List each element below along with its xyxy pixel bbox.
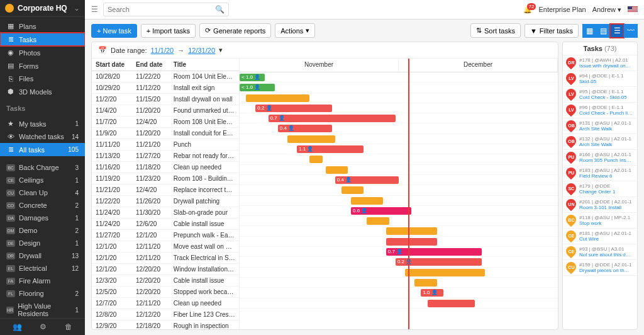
category-ceilings[interactable]: CECeilings1	[0, 174, 85, 186]
table-row[interactable]: 11/4/2011/20/20Found unmarked utility li…	[92, 105, 239, 116]
date-to[interactable]: 12/31/20	[188, 47, 215, 54]
task-card[interactable]: LV#95 | @DDE | E-1.1Cold Check - Skid-05	[563, 87, 637, 103]
gantt-bar[interactable]: 1.0 👤	[421, 289, 443, 297]
gantt-bar[interactable]	[405, 269, 485, 276]
category-concrete[interactable]: COConcrete2	[0, 199, 85, 212]
table-row[interactable]: 12/1/2012/11/20Move east wall on buildin…	[92, 241, 239, 253]
gantt-bar[interactable]	[414, 279, 436, 287]
gantt-bar[interactable]: 0.7 👤	[386, 248, 482, 256]
category-flooring[interactable]: FLFlooring2	[0, 287, 85, 300]
notifications-icon[interactable]: 🔔72	[523, 6, 532, 14]
gantt-bar[interactable]	[309, 156, 322, 163]
task-card[interactable]: DR#178 | @AWH | A2.01Issue with drywall …	[563, 55, 637, 71]
category-drywall[interactable]: DRDrywall13	[0, 249, 85, 262]
gantt-bar[interactable]	[351, 197, 383, 205]
table-row[interactable]: 12/9/2012/18/20Rough in inspection	[92, 321, 239, 330]
table-row[interactable]: 12/7/2012/11/20Clean up needed	[92, 298, 239, 309]
chevron-down-icon[interactable]: ▾	[219, 46, 223, 54]
users-icon[interactable]: 👥	[13, 322, 22, 331]
category-demo[interactable]: DMDemo2	[0, 224, 85, 237]
nav-tasks[interactable]: ≣Tasks	[0, 33, 85, 46]
gantt-bar[interactable]: < 1.0 👤	[240, 74, 265, 81]
category-back-charge[interactable]: BCBack Charge3	[0, 161, 85, 174]
import-tasks-button[interactable]: + Import tasks	[141, 24, 196, 38]
nav-files[interactable]: ⎘Files	[0, 72, 85, 85]
table-row[interactable]: 11/21/2012/4/20Replace incorrect terrazz…	[92, 185, 239, 196]
view-chart-button[interactable]: 〰	[624, 24, 638, 38]
category-design[interactable]: DEDesign1	[0, 237, 85, 249]
gantt-bar[interactable]	[386, 227, 437, 235]
task-card[interactable]: OB#131 | @ASU | A2.01-1Arch Site Walk	[563, 118, 637, 134]
user-menu[interactable]: Andrew ▾	[592, 6, 621, 14]
nav-plans[interactable]: ▦Plans	[0, 20, 85, 33]
menu-icon[interactable]: ☰	[91, 5, 98, 14]
gantt-bar[interactable]: 1.1 👤	[297, 145, 364, 153]
table-row[interactable]: 12/5/2012/20/20Stopped work because of E…	[92, 287, 239, 298]
category-clean-up[interactable]: CUClean Up4	[0, 186, 85, 199]
search-input[interactable]	[108, 6, 215, 13]
gantt-bar[interactable]	[386, 238, 437, 246]
project-selector[interactable]: Corporate HQ ⌄	[0, 0, 85, 17]
date-from[interactable]: 11/1/20	[150, 47, 174, 54]
col-title[interactable]: Title	[170, 59, 239, 71]
task-card[interactable]: PU#183 | @ASU | A2.01-1Field Review 6	[563, 166, 637, 181]
task-card[interactable]: LV#96 | @DDE | E-1.1Cold Check - Punch l…	[563, 103, 637, 118]
nav-3d-models[interactable]: ⬢3D Models	[0, 85, 85, 98]
table-row[interactable]: 11/19/2011/23/20Room 108 - Building 2 In…	[92, 173, 239, 185]
sort-tasks-button[interactable]: ⇅ Sort tasks	[470, 23, 521, 38]
gantt-bar[interactable]	[246, 94, 309, 102]
table-row[interactable]: 11/11/2011/21/20Punch	[92, 139, 239, 150]
table-row[interactable]: 11/2/2011/15/20Install drywall on wall	[92, 94, 239, 105]
task-card[interactable]: SC#179 | @DDEChange Order 1	[563, 181, 637, 197]
view-grid-button[interactable]: ▦	[582, 24, 596, 38]
filter-watched-tasks[interactable]: 👁Watched tasks14	[0, 130, 85, 143]
settings-icon[interactable]: ⚙	[40, 322, 47, 331]
gantt-bar[interactable]: 0.6 👤	[351, 207, 411, 215]
col-start[interactable]: Start date	[92, 59, 132, 71]
table-row[interactable]: 11/13/2011/27/20Rebar not ready for conc…	[92, 150, 239, 162]
gantt-bar[interactable]: 0.7 👤	[269, 115, 396, 122]
category-damages[interactable]: DADamages1	[0, 212, 85, 224]
plan-label[interactable]: Enterprise Plan	[538, 6, 586, 13]
table-row[interactable]: 12/1/2012/11/20Track Electrical in Servi…	[92, 253, 239, 264]
search-box[interactable]: 🔍	[103, 3, 229, 16]
table-row[interactable]: 11/16/2011/18/20Clean up needed	[92, 162, 239, 173]
task-card[interactable]: BC#118 | @ASU | MP-2.1Stop work	[563, 213, 637, 229]
gantt-bar[interactable]: 0.2 👤	[255, 105, 331, 112]
trash-icon[interactable]: 🗑	[65, 322, 72, 331]
locale-flag-icon[interactable]	[628, 6, 638, 13]
category-electrical[interactable]: ELElectrical12	[0, 262, 85, 275]
filter-all-tasks[interactable]: ≣All tasks105	[0, 143, 85, 156]
gantt-bar[interactable]	[341, 186, 364, 194]
actions-menu[interactable]: Actions ▾	[275, 23, 315, 38]
gantt-bar[interactable]	[367, 217, 389, 225]
gantt-bar[interactable]: < 1.0 👤	[240, 84, 275, 91]
task-card[interactable]: CE#93 | @BSU | A3.01Not sure about this …	[563, 244, 637, 260]
table-row[interactable]: 11/27/2012/1/20Prepunch walk - East Wing	[92, 230, 239, 241]
table-row[interactable]: 10/28/2011/22/20Room 104 Unit Electrical	[92, 71, 239, 82]
table-row[interactable]: 10/29/2011/12/20Install exit sign	[92, 82, 239, 94]
gantt-bar[interactable]: 0.4 👤	[335, 176, 399, 184]
gantt-bar[interactable]	[428, 300, 475, 307]
table-row[interactable]: 12/8/2012/12/20Fiber Line 123 Crestent S…	[92, 309, 239, 321]
col-end[interactable]: End date	[132, 59, 170, 71]
table-row[interactable]: 11/22/2011/26/20Drywall patching	[92, 196, 239, 207]
table-row[interactable]: 11/9/2011/20/20Install conduit for EF-4 …	[92, 128, 239, 139]
table-row[interactable]: 11/24/2011/30/20Slab-on-grade pour	[92, 207, 239, 219]
nav-forms[interactable]: ▤Forms	[0, 59, 85, 72]
task-card[interactable]: LV#94 | @DDE | E-1.1Skid-05	[563, 71, 637, 87]
task-card[interactable]: CE#181 | @ASU | A2.01-1Cut Wire	[563, 229, 637, 244]
task-card[interactable]: UN#201 | @DDE | A2.01-1Room 3-101 Instal…	[563, 197, 637, 213]
new-task-button[interactable]: + New task	[91, 24, 137, 38]
filter-tasks-button[interactable]: ▼ Filter tasks	[525, 24, 579, 38]
gantt-bar[interactable]	[287, 135, 335, 143]
task-card[interactable]: PU#166 | @ASU | A2.01-1Room 305 Punch In…	[563, 150, 637, 166]
view-timeline-button[interactable]: ☰	[610, 24, 624, 38]
table-row[interactable]: 11/7/2012/4/20Room 108 Unit Electrical	[92, 116, 239, 128]
task-card[interactable]: CU#159 | @DDE | A2.01-1Drywall pieces on…	[563, 260, 637, 276]
task-card[interactable]: OB#132 | @ASU | A2.01-1Arch Site Walk	[563, 134, 637, 150]
view-calendar-button[interactable]: ▤	[596, 24, 610, 38]
gantt-bar[interactable]	[326, 166, 348, 174]
category-high-value-residents[interactable]: HRHigh Value Residents1	[0, 300, 85, 318]
table-row[interactable]: 12/3/2012/20/20Cable install issue	[92, 275, 239, 287]
